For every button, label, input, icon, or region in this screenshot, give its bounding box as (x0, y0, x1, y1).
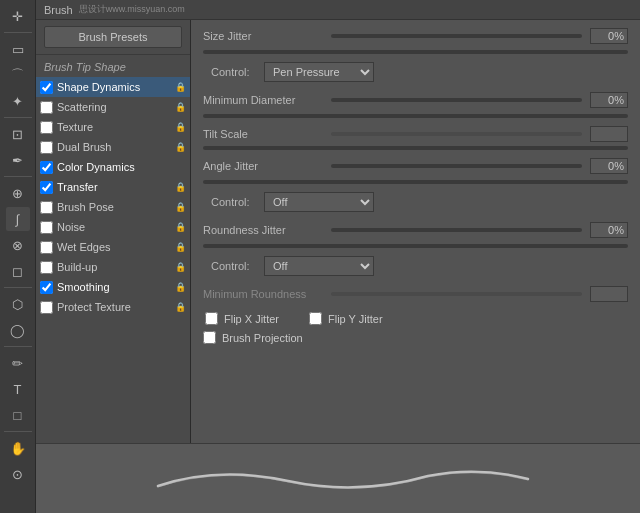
angle-jitter-slider[interactable] (331, 164, 582, 168)
minimum-diameter-input[interactable] (590, 92, 628, 108)
noise-lock-icon: 🔒 (174, 221, 186, 233)
roundness-jitter-full-slider[interactable] (203, 244, 628, 248)
smoothing-label: Smoothing (57, 281, 174, 293)
tilt-scale-full-slider[interactable] (203, 146, 628, 150)
toolbar-separator (4, 176, 32, 177)
brush-item-texture[interactable]: Texture 🔒 (36, 117, 190, 137)
marquee-tool-icon[interactable]: ▭ (6, 37, 30, 61)
smoothing-checkbox[interactable] (40, 281, 53, 294)
protect-texture-checkbox[interactable] (40, 301, 53, 314)
angle-jitter-label: Angle Jitter (203, 160, 323, 172)
brush-list: Shape Dynamics 🔒 Scattering 🔒 Texture 🔒 (36, 77, 190, 443)
flip-x-jitter-checkbox[interactable] (205, 312, 218, 325)
dual-brush-lock-icon: 🔒 (174, 141, 186, 153)
shape-dynamics-lock-icon: 🔒 (174, 81, 186, 93)
brush-item-transfer[interactable]: Transfer 🔒 (36, 177, 190, 197)
dodge-tool-icon[interactable]: ◯ (6, 318, 30, 342)
control3-select[interactable]: Off Fade Pen Pressure Pen Tilt Stylus Wh… (264, 256, 374, 276)
eraser-icon[interactable]: ◻ (6, 259, 30, 283)
brush-tip-shape-label: Brush Tip Shape (36, 55, 190, 77)
eyedropper-icon[interactable]: ✒ (6, 148, 30, 172)
brush-pose-checkbox[interactable] (40, 201, 53, 214)
brush-presets-btn-row: Brush Presets (36, 20, 190, 55)
toolbar-separator (4, 32, 32, 33)
shape-dynamics-checkbox[interactable] (40, 81, 53, 94)
build-up-label: Build-up (57, 261, 174, 273)
zoom-tool-icon[interactable]: ⊙ (6, 462, 30, 486)
magic-wand-icon[interactable]: ✦ (6, 89, 30, 113)
crop-tool-icon[interactable]: ⊡ (6, 122, 30, 146)
tilt-scale-input[interactable] (590, 126, 628, 142)
brush-projection-checkbox[interactable] (203, 331, 216, 344)
toolbar-separator (4, 346, 32, 347)
noise-checkbox[interactable] (40, 221, 53, 234)
flip-y-jitter-checkbox[interactable] (309, 312, 322, 325)
toolbar-separator (4, 117, 32, 118)
control2-select[interactable]: Off Fade Pen Pressure Pen Tilt Stylus Wh… (264, 192, 374, 212)
minimum-roundness-slider[interactable] (331, 292, 582, 296)
hand-tool-icon[interactable]: ✋ (6, 436, 30, 460)
roundness-jitter-row: Roundness Jitter (203, 222, 628, 238)
tilt-scale-slider[interactable] (331, 132, 582, 136)
brush-preview-svg (138, 451, 538, 506)
wet-edges-checkbox[interactable] (40, 241, 53, 254)
minimum-diameter-slider[interactable] (331, 98, 582, 102)
roundness-jitter-slider[interactable] (331, 228, 582, 232)
build-up-checkbox[interactable] (40, 261, 53, 274)
brush-item-smoothing[interactable]: Smoothing 🔒 (36, 277, 190, 297)
control1-label: Control: (211, 66, 256, 78)
brush-tool-icon[interactable]: ∫ (6, 207, 30, 231)
settings-panel: Size Jitter Control: Pen Pressure Off Fa… (191, 20, 640, 443)
toolbar-separator (4, 287, 32, 288)
roundness-jitter-input[interactable] (590, 222, 628, 238)
brush-item-scattering[interactable]: Scattering 🔒 (36, 97, 190, 117)
paint-bucket-icon[interactable]: ⬡ (6, 292, 30, 316)
pen-tool-icon[interactable]: ✏ (6, 351, 30, 375)
texture-lock-icon: 🔒 (174, 121, 186, 133)
texture-checkbox[interactable] (40, 121, 53, 134)
heal-tool-icon[interactable]: ⊕ (6, 181, 30, 205)
angle-jitter-full-slider[interactable] (203, 180, 628, 184)
minimum-roundness-input[interactable] (590, 286, 628, 302)
control1-select[interactable]: Pen Pressure Off Fade Pen Tilt Stylus Wh… (264, 62, 374, 82)
smoothing-lock-icon: 🔒 (174, 281, 186, 293)
brush-item-brush-pose[interactable]: Brush Pose 🔒 (36, 197, 190, 217)
noise-label: Noise (57, 221, 174, 233)
size-jitter-label: Size Jitter (203, 30, 323, 42)
brush-item-shape-dynamics[interactable]: Shape Dynamics 🔒 (36, 77, 190, 97)
color-dynamics-checkbox[interactable] (40, 161, 53, 174)
brush-list-panel: Brush Presets Brush Tip Shape Shape Dyna… (36, 20, 191, 443)
dual-brush-checkbox[interactable] (40, 141, 53, 154)
angle-jitter-input[interactable] (590, 158, 628, 174)
brush-preview (36, 443, 640, 513)
minimum-diameter-label: Minimum Diameter (203, 94, 323, 106)
brush-presets-button[interactable]: Brush Presets (44, 26, 182, 48)
size-jitter-input[interactable] (590, 28, 628, 44)
minimum-roundness-label: Minimum Roundness (203, 288, 323, 300)
minimum-diameter-row: Minimum Diameter (203, 92, 628, 108)
scattering-lock-icon: 🔒 (174, 101, 186, 113)
lasso-tool-icon[interactable]: ⌒ (6, 63, 30, 87)
min-diameter-full-slider[interactable] (203, 114, 628, 118)
clone-stamp-icon[interactable]: ⊗ (6, 233, 30, 257)
move-tool-icon[interactable]: ✛ (6, 4, 30, 28)
flip-x-jitter-row: Flip X Jitter (205, 312, 279, 325)
shape-tool-icon[interactable]: □ (6, 403, 30, 427)
flip-y-jitter-row: Flip Y Jitter (309, 312, 383, 325)
control2-row: Control: Off Fade Pen Pressure Pen Tilt … (203, 192, 628, 212)
brush-item-build-up[interactable]: Build-up 🔒 (36, 257, 190, 277)
brush-item-protect-texture[interactable]: Protect Texture 🔒 (36, 297, 190, 317)
text-tool-icon[interactable]: T (6, 377, 30, 401)
brush-pose-lock-icon: 🔒 (174, 201, 186, 213)
transfer-checkbox[interactable] (40, 181, 53, 194)
wet-edges-lock-icon: 🔒 (174, 241, 186, 253)
brush-item-noise[interactable]: Noise 🔒 (36, 217, 190, 237)
size-jitter-full-slider[interactable] (203, 50, 628, 54)
scattering-checkbox[interactable] (40, 101, 53, 114)
flip-y-jitter-label: Flip Y Jitter (328, 313, 383, 325)
size-jitter-slider[interactable] (331, 34, 582, 38)
left-toolbar: ✛ ▭ ⌒ ✦ ⊡ ✒ ⊕ ∫ ⊗ ◻ ⬡ ◯ ✏ T □ ✋ ⊙ (0, 0, 36, 513)
brush-item-dual-brush[interactable]: Dual Brush 🔒 (36, 137, 190, 157)
brush-item-wet-edges[interactable]: Wet Edges 🔒 (36, 237, 190, 257)
brush-item-color-dynamics[interactable]: Color Dynamics 🔒 (36, 157, 190, 177)
